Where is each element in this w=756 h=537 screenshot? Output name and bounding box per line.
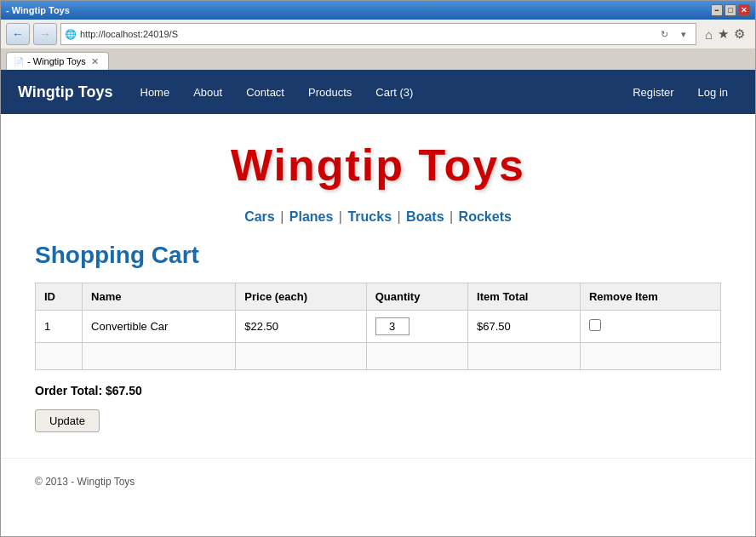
separator-1: | bbox=[280, 209, 284, 224]
window-title: - Wingtip Toys bbox=[6, 5, 70, 15]
empty-cell-1 bbox=[36, 343, 83, 370]
refresh-button[interactable]: ↻ bbox=[656, 26, 673, 43]
forward-button[interactable]: → bbox=[33, 23, 57, 45]
empty-row bbox=[36, 343, 721, 370]
tab-title: - Wingtip Toys bbox=[27, 56, 86, 66]
nav-login[interactable]: Log in bbox=[688, 79, 738, 106]
tab-close-button[interactable]: ✕ bbox=[89, 55, 101, 67]
page-content: Wingtip Toys Home About Contact Products… bbox=[1, 70, 755, 536]
footer-text: © 2013 - Wingtip Toys bbox=[35, 476, 135, 488]
empty-cell-3 bbox=[236, 343, 366, 370]
row-remove bbox=[580, 311, 720, 343]
separator-3: | bbox=[397, 209, 400, 224]
nav-register[interactable]: Register bbox=[622, 79, 684, 106]
back-button[interactable]: ← bbox=[6, 23, 30, 45]
row-price: $22.50 bbox=[236, 311, 366, 343]
empty-cell-4 bbox=[366, 343, 467, 370]
col-quantity: Quantity bbox=[366, 283, 467, 311]
remove-checkbox[interactable] bbox=[589, 319, 601, 331]
order-total: Order Total: $67.50 bbox=[35, 384, 721, 397]
nav-about[interactable]: About bbox=[183, 79, 232, 106]
separator-2: | bbox=[339, 209, 342, 224]
nav-cart[interactable]: Cart (3) bbox=[365, 79, 423, 106]
category-links: Cars | Planes | Trucks | Boats | Rockets bbox=[1, 199, 755, 242]
navbar-brand[interactable]: Wingtip Toys bbox=[18, 83, 113, 101]
empty-cell-6 bbox=[580, 343, 720, 370]
title-bar: - Wingtip Toys − □ ✕ bbox=[1, 1, 755, 20]
category-rockets[interactable]: Rockets bbox=[459, 209, 512, 224]
empty-cell-5 bbox=[468, 343, 581, 370]
hero-title: Wingtip Toys bbox=[1, 140, 755, 191]
category-boats[interactable]: Boats bbox=[406, 209, 444, 224]
browser-icons: ⌂ ★ ⚙ bbox=[700, 26, 750, 42]
address-icon: 🌐 bbox=[65, 29, 77, 40]
nav-contact[interactable]: Contact bbox=[236, 79, 295, 106]
home-icon[interactable]: ⌂ bbox=[705, 27, 713, 42]
tabs-bar: 📄 - Wingtip Toys ✕ bbox=[1, 49, 755, 70]
col-remove: Remove Item bbox=[580, 283, 720, 311]
cart-table: ID Name Price (each) Quantity Item Total… bbox=[35, 283, 721, 370]
main-content: Shopping Cart ID Name Price (each) Quant… bbox=[1, 242, 755, 449]
footer: © 2013 - Wingtip Toys bbox=[1, 458, 755, 505]
category-trucks[interactable]: Trucks bbox=[347, 209, 392, 224]
update-button[interactable]: Update bbox=[35, 409, 100, 432]
tab-icon: 📄 bbox=[14, 57, 24, 66]
favorites-icon[interactable]: ★ bbox=[718, 26, 729, 42]
address-actions: ↻ ▾ bbox=[656, 26, 692, 43]
maximize-button[interactable]: □ bbox=[724, 4, 736, 16]
navbar: Wingtip Toys Home About Contact Products… bbox=[1, 70, 755, 114]
category-planes[interactable]: Planes bbox=[289, 209, 334, 224]
separator-4: | bbox=[450, 209, 453, 224]
empty-cell-2 bbox=[83, 343, 236, 370]
window-controls: − □ ✕ bbox=[711, 4, 750, 16]
page-title: Shopping Cart bbox=[35, 242, 721, 269]
navbar-right: Register Log in bbox=[622, 79, 738, 106]
row-item-total: $67.50 bbox=[468, 311, 581, 343]
minimize-button[interactable]: − bbox=[711, 4, 723, 16]
settings-icon[interactable]: ⚙ bbox=[734, 26, 745, 42]
col-id: ID bbox=[36, 283, 83, 311]
table-body: 1 Convertible Car $22.50 $67.50 bbox=[36, 311, 721, 370]
table-header: ID Name Price (each) Quantity Item Total… bbox=[36, 283, 721, 311]
nav-products[interactable]: Products bbox=[298, 79, 362, 106]
category-cars[interactable]: Cars bbox=[244, 209, 275, 224]
nav-home[interactable]: Home bbox=[130, 79, 180, 106]
col-name: Name bbox=[83, 283, 236, 311]
quantity-input[interactable] bbox=[375, 317, 410, 335]
search-button[interactable]: ▾ bbox=[675, 26, 692, 43]
browser-toolbar: ← → 🌐 ↻ ▾ ⌂ ★ ⚙ bbox=[1, 20, 755, 49]
address-bar-container: 🌐 ↻ ▾ bbox=[60, 23, 696, 45]
table-row: 1 Convertible Car $22.50 $67.50 bbox=[36, 311, 721, 343]
row-id: 1 bbox=[36, 311, 83, 343]
close-button[interactable]: ✕ bbox=[738, 4, 750, 16]
col-price: Price (each) bbox=[236, 283, 366, 311]
hero-section: Wingtip Toys bbox=[1, 114, 755, 199]
col-item-total: Item Total bbox=[468, 283, 581, 311]
row-quantity bbox=[366, 311, 467, 343]
address-input[interactable] bbox=[80, 29, 653, 39]
navbar-links: Home About Contact Products Cart (3) bbox=[130, 79, 623, 106]
row-name: Convertible Car bbox=[83, 311, 236, 343]
browser-tab[interactable]: 📄 - Wingtip Toys ✕ bbox=[6, 52, 109, 70]
